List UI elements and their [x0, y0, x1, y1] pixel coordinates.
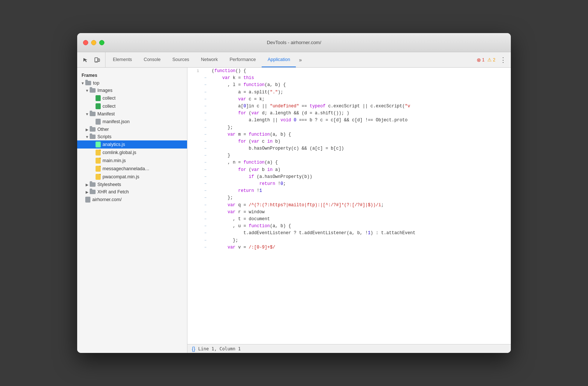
inspect-icon[interactable] [80, 55, 90, 65]
code-line-20: – var q = /^(?:(?:https?|mailto|ftp):|[^… [187, 202, 511, 209]
warn-badge: ⚠ 2 [487, 57, 495, 62]
code-line-15: – for (var b in a) [187, 167, 511, 174]
sidebar-item-analytics[interactable]: analytics.js [77, 140, 187, 149]
code-line-3: – , l = function(a, b) { [187, 82, 511, 89]
arrow-top [80, 81, 85, 86]
sidebar-label-stylesheets: Stylesheets [97, 182, 121, 187]
code-line-23: – , u = function(a, b) { [187, 223, 511, 230]
sidebar-label-top: top [93, 81, 99, 86]
tab-overflow-button[interactable]: » [296, 52, 305, 67]
sidebar-section-frames: Frames [77, 71, 187, 79]
sidebar-item-pwacompat[interactable]: pwacompat.min.js [77, 173, 187, 181]
folder-icon-images [90, 88, 96, 93]
code-line-21: – var r = window [187, 209, 511, 216]
tab-performance[interactable]: Performance [224, 52, 262, 67]
arrow-scripts [85, 134, 90, 139]
arrow-manifest [85, 111, 90, 117]
code-view[interactable]: 1 (function() { – var k = this – , l = f… [187, 68, 511, 344]
sidebar-label-comlink: comlink.global.js [103, 150, 136, 155]
code-panel: 1 (function() { – var k = this – , l = f… [187, 68, 511, 353]
status-bar: {} Line 1, Column 1 [187, 344, 511, 353]
sidebar-label-images: Images [97, 88, 112, 93]
main-content: Frames top Images collect [77, 68, 511, 353]
code-line-8: – a.length || void 0 === b ? c = c[d] &&… [187, 117, 511, 124]
code-line-22: – , t = document [187, 216, 511, 223]
tab-spacer [305, 52, 476, 67]
tab-application[interactable]: Application [262, 52, 296, 67]
code-line-25: – }; [187, 237, 511, 244]
code-line-2: – var k = this [187, 75, 511, 82]
sidebar-label-messagechannel: messagechannelada… [103, 166, 150, 171]
code-line-18: – return !1 [187, 187, 511, 194]
code-line-6: – a[0]in c || "undefined" == typeof c.ex… [187, 103, 511, 110]
sidebar-item-xhr[interactable]: XHR and Fetch [77, 188, 187, 196]
sidebar-item-other[interactable]: Other [77, 126, 187, 133]
format-icon[interactable]: {} [192, 346, 195, 352]
arrow-xhr [85, 189, 90, 194]
file-icon-main-min [96, 158, 101, 164]
code-line-19: – }; [187, 194, 511, 201]
arrow-images [85, 88, 90, 93]
sidebar-item-manifest-json[interactable]: manifest.json [77, 118, 187, 126]
sidebar-item-main-min[interactable]: main.min.js [77, 157, 187, 165]
sidebar-item-airhorner[interactable]: airhorner.com/ [77, 196, 187, 204]
sidebar-label-xhr: XHR and Fetch [97, 189, 129, 194]
file-icon-comlink [96, 150, 101, 156]
sidebar-item-top[interactable]: top [77, 79, 187, 87]
sidebar-label-collect1: collect [103, 96, 115, 101]
minimize-button[interactable] [91, 40, 96, 45]
tab-right-icons: ⊗ 1 ⚠ 2 ⋮ [477, 52, 508, 67]
sidebar-item-messagechannel[interactable]: messagechannelada… [77, 165, 187, 173]
sidebar-label-manifest-json: manifest.json [103, 119, 130, 124]
sidebar-label-pwacompat: pwacompat.min.js [103, 174, 139, 179]
code-line-5: – var c = k; [187, 96, 511, 103]
code-line-16: – if (a.hasOwnProperty(b)) [187, 174, 511, 181]
folder-icon-other [90, 127, 96, 132]
folder-icon-scripts [90, 135, 96, 139]
tabs-bar: Elements Console Sources Network Perform… [77, 52, 511, 68]
sidebar-item-stylesheets[interactable]: Stylesheets [77, 181, 187, 188]
error-count: 1 [482, 57, 485, 62]
file-icon-manifest-json [96, 119, 101, 125]
code-line-12: – b.hasOwnProperty(c) && (a[c] = b[c]) [187, 145, 511, 152]
code-line-10: – var m = function(a, b) { [187, 131, 511, 138]
error-badge: ⊗ 1 [477, 57, 485, 63]
sidebar-item-scripts[interactable]: Scripts [77, 133, 187, 140]
sidebar-item-comlink[interactable]: comlink.global.js [77, 149, 187, 157]
tab-console[interactable]: Console [138, 52, 166, 67]
tab-elements[interactable]: Elements [107, 52, 138, 67]
maximize-button[interactable] [99, 40, 104, 45]
file-icon-pwacompat [96, 174, 101, 180]
code-line-9: – }; [187, 124, 511, 131]
close-button[interactable] [83, 40, 88, 45]
sidebar: Frames top Images collect [77, 68, 187, 353]
arrow-stylesheets [85, 182, 90, 187]
code-line-26: – var v = /:[0-9]+$/ [187, 244, 511, 251]
sidebar-label-main-min: main.min.js [103, 158, 126, 163]
status-text: Line 1, Column 1 [198, 346, 241, 351]
code-line-11: – for (var c in b) [187, 138, 511, 145]
warn-icon: ⚠ [487, 57, 492, 62]
arrow-other [85, 127, 90, 132]
sidebar-label-analytics: analytics.js [103, 142, 125, 147]
sidebar-item-images[interactable]: Images [77, 87, 187, 94]
folder-icon-xhr [90, 190, 96, 194]
device-icon[interactable] [92, 55, 102, 65]
sidebar-item-collect2[interactable]: collect [77, 102, 187, 110]
sidebar-label-collect2: collect [103, 104, 115, 109]
devtools-window: DevTools - airhorner.com/ Elements Conso… [77, 33, 511, 353]
tab-sources[interactable]: Sources [166, 52, 195, 67]
sidebar-label-scripts: Scripts [97, 134, 111, 139]
more-options-icon[interactable]: ⋮ [498, 56, 508, 64]
sidebar-item-manifest[interactable]: Manifest [77, 110, 187, 118]
code-line-4: – a = a.split("."); [187, 89, 511, 96]
file-icon-airhorner [85, 197, 90, 203]
file-icon-collect2 [96, 103, 101, 109]
sidebar-label-airhorner: airhorner.com/ [92, 197, 122, 202]
window-title: DevTools - airhorner.com/ [267, 40, 321, 45]
file-icon-collect1 [96, 95, 101, 101]
traffic-lights [83, 40, 104, 45]
code-line-1: 1 (function() { [187, 68, 511, 75]
sidebar-item-collect1[interactable]: collect [77, 94, 187, 102]
tab-network[interactable]: Network [195, 52, 224, 67]
